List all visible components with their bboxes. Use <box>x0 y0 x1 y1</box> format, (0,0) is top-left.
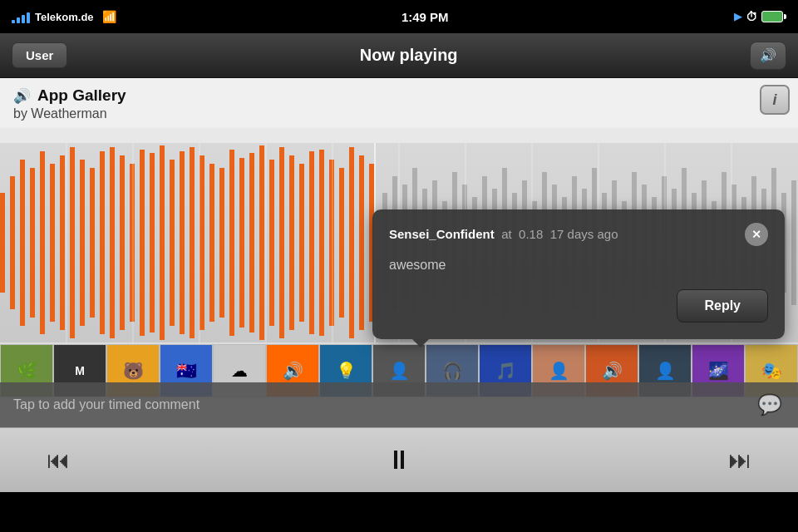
popup-at-label: at <box>501 227 512 241</box>
svg-rect-72 <box>299 164 304 322</box>
reply-button[interactable]: Reply <box>677 289 768 323</box>
svg-rect-53 <box>110 147 115 338</box>
main-content: 🔊 App Gallery by Weatherman i <box>0 78 798 427</box>
svg-rect-75 <box>329 160 334 326</box>
popup-position: 0.18 <box>519 227 543 241</box>
user-button[interactable]: User <box>12 42 67 68</box>
svg-rect-48 <box>60 155 65 330</box>
battery-tip <box>784 14 786 19</box>
next-icon: ⏭ <box>728 446 751 474</box>
sound-button[interactable]: 🔊 <box>750 42 786 70</box>
previous-icon: ⏮ <box>47 446 70 474</box>
svg-rect-51 <box>90 168 95 318</box>
comment-placeholder: Tap to add your timed comment <box>13 397 200 412</box>
svg-rect-43 <box>10 176 15 309</box>
svg-rect-76 <box>339 168 344 318</box>
svg-rect-47 <box>50 164 55 322</box>
pause-icon: ⏸ <box>386 445 412 475</box>
svg-rect-60 <box>180 151 185 334</box>
sound-icon: 🔊 <box>760 47 776 63</box>
svg-rect-64 <box>219 168 224 318</box>
carrier-label: Telekom.de <box>35 11 94 23</box>
popup-message: awesome <box>389 258 768 273</box>
signal-bars <box>12 10 30 23</box>
svg-rect-73 <box>309 151 314 334</box>
track-sound-icon: 🔊 <box>13 87 31 105</box>
svg-rect-54 <box>120 155 125 330</box>
svg-rect-57 <box>150 153 155 332</box>
svg-rect-52 <box>100 151 105 334</box>
svg-rect-62 <box>200 155 204 330</box>
time-label: 1:49 PM <box>401 10 449 24</box>
svg-rect-59 <box>170 160 175 326</box>
svg-rect-46 <box>40 151 45 334</box>
svg-rect-74 <box>319 150 324 336</box>
svg-rect-65 <box>229 150 234 336</box>
svg-rect-78 <box>359 155 364 330</box>
nav-bar: User Now playing 🔊 <box>0 33 798 78</box>
svg-rect-61 <box>190 147 195 338</box>
play-status-icon: ▶ <box>734 11 741 22</box>
svg-rect-66 <box>239 158 244 328</box>
comment-bar[interactable]: Tap to add your timed comment 💬 <box>0 382 798 427</box>
playback-bar: ⏮ ⏸ ⏭ <box>0 427 798 492</box>
svg-rect-77 <box>349 147 354 338</box>
status-bar: Telekom.de 📶 1:49 PM ▶ ⏱ <box>0 0 798 33</box>
battery-fill <box>764 13 781 20</box>
popup-close-button[interactable]: ✕ <box>745 223 768 246</box>
svg-rect-70 <box>279 147 284 338</box>
popup-username: Sensei_Confident <box>389 227 495 241</box>
track-artist: by Weatherman <box>13 106 126 121</box>
previous-button[interactable]: ⏮ <box>33 436 83 485</box>
svg-rect-55 <box>130 164 135 322</box>
now-playing-title: Now playing <box>360 46 458 65</box>
next-button[interactable]: ⏭ <box>715 436 765 485</box>
comment-popup: Sensei_Confident at 0.18 17 days ago ✕ a… <box>372 209 785 339</box>
battery-container <box>761 11 786 22</box>
popup-user-meta: Sensei_Confident at 0.18 17 days ago <box>389 227 618 242</box>
svg-rect-45 <box>30 168 35 318</box>
svg-rect-67 <box>249 153 254 332</box>
svg-rect-63 <box>209 164 214 322</box>
svg-rect-68 <box>259 145 264 340</box>
pause-button[interactable]: ⏸ <box>374 436 424 485</box>
svg-rect-42 <box>0 193 5 293</box>
comment-bubble-icon: 💬 <box>755 390 785 420</box>
svg-rect-58 <box>160 145 165 340</box>
popup-header: Sensei_Confident at 0.18 17 days ago ✕ <box>389 223 768 246</box>
track-title: App Gallery <box>37 86 126 105</box>
clock-icon: ⏱ <box>746 10 757 23</box>
status-right: ▶ ⏱ <box>734 10 786 23</box>
popup-time-ago: 17 days ago <box>550 227 618 241</box>
svg-rect-50 <box>80 160 85 326</box>
wifi-icon: 📶 <box>102 10 116 23</box>
status-left: Telekom.de 📶 <box>12 10 116 23</box>
svg-rect-56 <box>140 150 145 336</box>
svg-rect-41 <box>791 180 796 305</box>
track-info: 🔊 App Gallery by Weatherman <box>0 78 798 128</box>
svg-rect-44 <box>20 160 25 326</box>
info-button[interactable]: i <box>760 85 790 115</box>
svg-rect-49 <box>70 147 75 338</box>
svg-rect-71 <box>289 155 294 330</box>
svg-rect-69 <box>269 160 274 326</box>
battery-icon <box>761 11 783 22</box>
